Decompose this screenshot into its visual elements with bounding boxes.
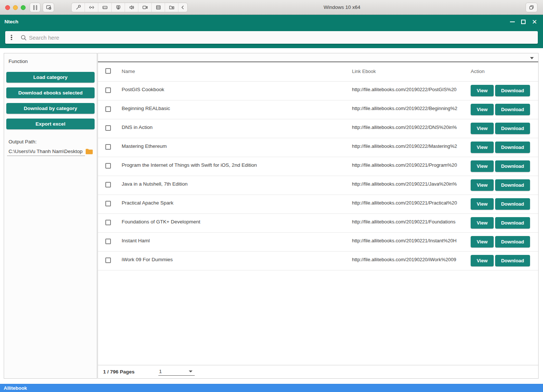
speaker-icon: [128, 4, 135, 11]
view-button[interactable]: View: [471, 142, 494, 153]
search-icon: [18, 34, 29, 41]
minimize-traffic-light[interactable]: [13, 5, 18, 10]
view-button[interactable]: View: [471, 160, 494, 172]
table-row: Foundations of GTK+ Developmenthttp://fi…: [98, 214, 538, 233]
row-checkbox[interactable]: [105, 87, 111, 93]
category-combobox[interactable]: [98, 53, 538, 62]
minimize-button[interactable]: [507, 16, 518, 27]
page-select-dropdown[interactable]: 1: [158, 368, 195, 376]
view-button[interactable]: View: [471, 217, 494, 229]
zoom-traffic-light[interactable]: [21, 5, 26, 10]
download-button[interactable]: Download: [495, 85, 530, 96]
vm-toolbar-button-hard-disk[interactable]: [98, 3, 112, 12]
ebook-name: Program the Internet of Things with Swif…: [114, 157, 352, 168]
close-traffic-light[interactable]: [5, 5, 10, 10]
app-titlebar: Ntech ✕: [0, 15, 543, 29]
output-path-input[interactable]: [7, 147, 85, 156]
pause-vm-button[interactable]: [30, 3, 40, 12]
ebook-link: http://file.allitebooks.com/20190220/iWo…: [352, 252, 471, 262]
main-content: Function Load category Download ebooks s…: [0, 48, 543, 384]
ebook-name: Java in a Nutshell, 7th Edition: [114, 176, 352, 187]
ebook-name: Foundations of GTK+ Development: [114, 214, 352, 225]
snapshot-button[interactable]: [43, 3, 54, 12]
table-row: iWork 09 For Dummieshttp://file.allitebo…: [98, 252, 538, 270]
table-body: PostGIS Cookbookhttp://file.allitebooks.…: [98, 82, 538, 270]
download-button[interactable]: Download: [495, 217, 530, 229]
table-row: Instant Hamlhttp://file.allitebooks.com/…: [98, 233, 538, 252]
ebook-name: Practical Apache Spark: [114, 195, 352, 206]
app-title: Ntech: [4, 15, 19, 29]
vm-toolbar-button-chevron-left[interactable]: [178, 3, 187, 12]
ebook-name: Mastering Ethereum: [114, 138, 352, 149]
view-button[interactable]: View: [471, 123, 494, 134]
output-path-label: Output Path:: [9, 139, 97, 144]
view-button[interactable]: View: [471, 255, 494, 266]
row-checkbox[interactable]: [105, 125, 111, 131]
code-icon: [88, 4, 95, 11]
table-row: Beginning REALbasichttp://file.alliteboo…: [98, 100, 538, 119]
vm-toolbar-button-speaker[interactable]: [125, 3, 138, 12]
ebook-name: PostGIS Cookbook: [114, 82, 352, 92]
view-button[interactable]: View: [471, 179, 494, 191]
row-checkbox[interactable]: [105, 258, 111, 263]
view-button[interactable]: View: [471, 236, 494, 248]
vm-toolbar-button-wrench[interactable]: [72, 3, 85, 12]
row-checkbox[interactable]: [105, 106, 111, 112]
menu-kebab-icon[interactable]: [5, 35, 18, 40]
table-header-row: Name Link Ebook Action: [98, 62, 538, 82]
download-button[interactable]: Download: [495, 179, 530, 191]
window-mode-button[interactable]: [526, 3, 537, 12]
select-all-checkbox[interactable]: [105, 68, 111, 74]
ebook-link: http://file.allitebooks.com/20190222/Pos…: [352, 82, 471, 92]
vm-toolbar-button-server[interactable]: [152, 3, 165, 12]
function-panel-title: Function: [9, 59, 97, 64]
ebook-link: http://file.allitebooks.com/20190221/Ins…: [352, 233, 471, 243]
minimize-icon: [510, 21, 515, 22]
row-checkbox[interactable]: [105, 239, 111, 244]
row-checkbox[interactable]: [105, 220, 111, 225]
ebook-link: http://file.allitebooks.com/20190221/Pra…: [352, 195, 471, 206]
browse-folder-button[interactable]: [85, 148, 94, 155]
ebook-link: http://file.allitebooks.com/20190221/Fou…: [352, 214, 471, 225]
view-button[interactable]: View: [471, 85, 494, 96]
chevron-left-icon: [180, 4, 186, 11]
row-checkbox[interactable]: [105, 163, 111, 169]
name-column-header: Name: [114, 62, 352, 74]
load-category-button[interactable]: Load category: [6, 72, 95, 83]
view-button[interactable]: View: [471, 104, 494, 115]
ebook-name: DNS in Action: [114, 119, 352, 130]
row-checkbox[interactable]: [105, 144, 111, 150]
vm-toolbar-button-video-camera[interactable]: [138, 3, 152, 12]
download-button[interactable]: Download: [495, 255, 530, 266]
table-row: Java in a Nutshell, 7th Editionhttp://fi…: [98, 176, 538, 195]
ebook-name: iWork 09 For Dummies: [114, 252, 352, 262]
vm-toolbar-button-webcam[interactable]: [112, 3, 125, 12]
download-button[interactable]: Download: [495, 123, 530, 134]
download-button[interactable]: Download: [495, 198, 530, 210]
close-button[interactable]: ✕: [529, 16, 540, 27]
wrench-icon: [75, 4, 82, 11]
download-button[interactable]: Download: [495, 160, 530, 172]
close-icon: ✕: [532, 18, 537, 26]
vm-toolbar-button-folder-sync[interactable]: [165, 3, 178, 12]
vm-toolbar-button-code[interactable]: [85, 3, 98, 12]
row-checkbox[interactable]: [105, 201, 111, 206]
folder-sync-icon: [168, 4, 175, 11]
download-button[interactable]: Download: [495, 142, 530, 153]
maximize-button[interactable]: [518, 16, 529, 27]
ebook-link: http://file.allitebooks.com/20190221/Jav…: [352, 176, 471, 187]
download-by-category-button[interactable]: Download by category: [6, 103, 95, 114]
link-column-header: Link Ebook: [352, 62, 471, 74]
download-button[interactable]: Download: [495, 236, 530, 248]
export-excel-button[interactable]: Export excel: [6, 119, 95, 129]
search-bar: [5, 31, 538, 44]
table-row: DNS in Actionhttp://file.allitebooks.com…: [98, 119, 538, 138]
status-text: Allitebook: [4, 385, 27, 391]
view-button[interactable]: View: [471, 198, 494, 210]
row-checkbox[interactable]: [105, 182, 111, 187]
page-select-value: 1: [159, 369, 162, 374]
download-button[interactable]: Download: [495, 104, 530, 115]
table-row: PostGIS Cookbookhttp://file.allitebooks.…: [98, 82, 538, 100]
search-input[interactable]: [29, 34, 538, 41]
download-ebooks-selected-button[interactable]: Download ebooks selected: [6, 87, 95, 98]
